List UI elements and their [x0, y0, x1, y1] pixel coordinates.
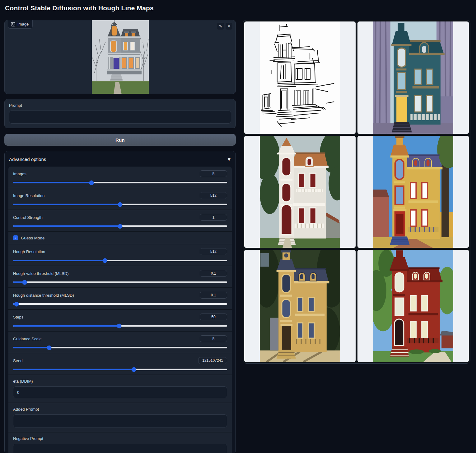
- slider-fill: [13, 260, 105, 261]
- slider-guidance-scale: Guidance Scale 5: [8, 332, 232, 353]
- output-gallery: [243, 20, 470, 364]
- slider-handle[interactable]: [118, 224, 123, 229]
- slider-fill: [13, 325, 119, 327]
- slider-label: Image Resolution: [13, 193, 44, 198]
- slider-fill: [13, 182, 91, 183]
- slider-value-input[interactable]: 5: [200, 335, 227, 342]
- slider-control-strength: Control Strength 1: [8, 210, 232, 232]
- slider-label: Hough Resolution: [13, 249, 45, 254]
- gallery-item-gold-house[interactable]: [244, 250, 356, 362]
- slider-label: Control Strength: [13, 215, 43, 220]
- slider-track[interactable]: [13, 303, 227, 305]
- slider-value-input[interactable]: 5: [200, 170, 227, 177]
- slider-handle[interactable]: [47, 345, 52, 350]
- eta-label: eta (DDIM): [13, 379, 227, 384]
- guess-mode-row: ✓ Guess Mode: [8, 232, 232, 244]
- edit-icon: ✎: [219, 24, 222, 29]
- image-label: Image: [17, 22, 29, 26]
- prompt-panel: Prompt: [4, 99, 236, 128]
- slider-value-input[interactable]: 0.1: [200, 292, 227, 299]
- slider-images: Images 5: [8, 167, 232, 188]
- slider-handle[interactable]: [22, 280, 27, 285]
- slider-track[interactable]: [13, 281, 227, 283]
- slider-hough-value-threshold: Hough value threshold (MLSD) 0.1: [8, 266, 232, 288]
- advanced-options-header[interactable]: Advanced options ▼: [5, 151, 236, 167]
- gallery-item-hough-line-map[interactable]: [244, 21, 356, 134]
- image-label-badge: Image: [8, 20, 33, 29]
- negative-prompt-field: Negative Prompt: [8, 432, 232, 453]
- input-image-panel[interactable]: Image ✎ ✕: [4, 20, 236, 94]
- slider-handle[interactable]: [14, 302, 19, 306]
- slider-label: Hough value threshold (MLSD): [13, 271, 68, 276]
- slider-value-input[interactable]: 512: [200, 248, 227, 255]
- slider-track[interactable]: [13, 225, 227, 227]
- slider-value-input[interactable]: 1215107241: [198, 357, 227, 364]
- gallery-item-red-house[interactable]: [357, 250, 469, 362]
- run-button[interactable]: Run: [4, 134, 236, 146]
- advanced-options-title: Advanced options: [9, 157, 46, 162]
- edit-image-button[interactable]: ✎: [217, 23, 224, 30]
- slider-track[interactable]: [13, 182, 227, 183]
- slider-value-input[interactable]: 50: [200, 314, 227, 320]
- slider-label: Images: [13, 172, 26, 176]
- slider-value-input[interactable]: 512: [200, 192, 227, 199]
- slider-value-input[interactable]: 1: [200, 214, 227, 221]
- guess-mode-checkbox[interactable]: ✓: [13, 235, 18, 240]
- slider-fill: [13, 204, 120, 205]
- added-prompt-field: Added Prompt: [8, 403, 232, 432]
- prompt-input[interactable]: [9, 111, 231, 124]
- slider-track[interactable]: [13, 369, 227, 370]
- check-icon: ✓: [14, 236, 17, 240]
- eta-input[interactable]: [13, 386, 227, 398]
- slider-track[interactable]: [13, 204, 227, 205]
- eta-field: eta (DDIM): [8, 375, 232, 403]
- gallery-item-teal-house[interactable]: [357, 21, 469, 134]
- advanced-options-panel: Advanced options ▼ Images 5 Image Resolu…: [4, 151, 236, 453]
- slider-steps: Steps 50: [8, 310, 232, 332]
- clear-image-button[interactable]: ✕: [226, 23, 232, 30]
- slider-hough-distance-threshold: Hough distance threshold (MLSD) 0.1: [8, 288, 232, 310]
- slider-fill: [13, 225, 120, 227]
- slider-fill: [13, 369, 134, 370]
- slider-track[interactable]: [13, 325, 227, 327]
- added-prompt-label: Added Prompt: [13, 407, 227, 412]
- gallery-item-white-house[interactable]: [244, 136, 356, 248]
- slider-label: Hough distance threshold (MLSD): [13, 293, 74, 298]
- slider-label: Guidance Scale: [13, 337, 42, 341]
- slider-handle[interactable]: [118, 202, 123, 207]
- chevron-down-icon: ▼: [228, 157, 231, 162]
- slider-seed: Seed 1215107241: [8, 353, 232, 375]
- slider-image-resolution: Image Resolution 512: [8, 188, 232, 210]
- slider-hough-resolution: Hough Resolution 512: [8, 244, 232, 266]
- close-icon: ✕: [227, 24, 231, 29]
- controls-column: Image ✎ ✕: [4, 20, 236, 453]
- slider-label: Seed: [13, 358, 22, 363]
- slider-track[interactable]: [13, 347, 227, 348]
- page-title: Control Stable Diffusion with Hough Line…: [5, 4, 154, 12]
- slider-label: Steps: [13, 315, 23, 319]
- slider-handle[interactable]: [89, 180, 94, 185]
- slider-handle[interactable]: [103, 258, 107, 263]
- negative-prompt-label: Negative Prompt: [13, 436, 227, 441]
- slider-track[interactable]: [13, 260, 227, 261]
- added-prompt-input[interactable]: [13, 414, 227, 427]
- guess-mode-label: Guess Mode: [21, 236, 45, 240]
- image-icon: [11, 22, 15, 26]
- slider-fill: [13, 347, 49, 348]
- gallery-item-yellow-house[interactable]: [357, 136, 469, 248]
- prompt-label: Prompt: [9, 103, 231, 108]
- negative-prompt-input[interactable]: [13, 444, 227, 453]
- slider-value-input[interactable]: 0.1: [200, 270, 227, 277]
- uploaded-house-photo[interactable]: [92, 20, 149, 94]
- slider-handle[interactable]: [132, 367, 136, 372]
- slider-handle[interactable]: [117, 323, 122, 328]
